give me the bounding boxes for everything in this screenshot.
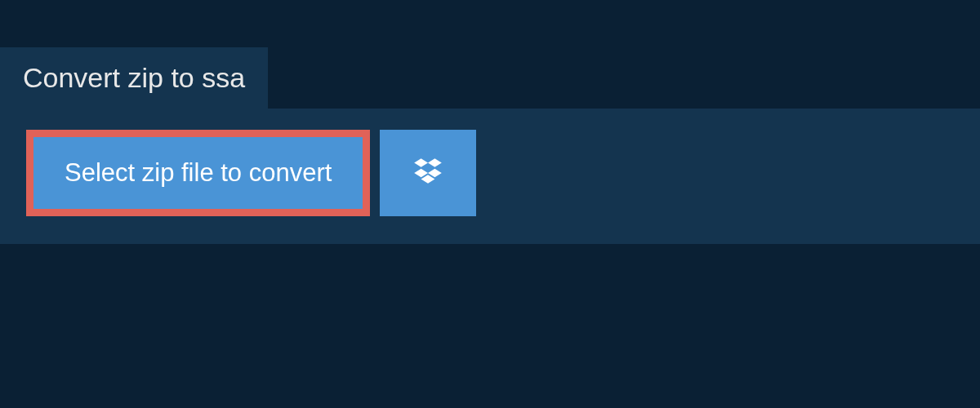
dropbox-icon: [411, 155, 445, 192]
active-tab[interactable]: Convert zip to ssa: [0, 47, 268, 109]
button-row: Select zip file to convert: [26, 130, 954, 216]
conversion-panel: Select zip file to convert: [0, 109, 980, 244]
dropbox-button[interactable]: [380, 130, 476, 216]
select-file-button[interactable]: Select zip file to convert: [26, 130, 370, 216]
tab-label: Convert zip to ssa: [23, 62, 245, 93]
select-file-label: Select zip file to convert: [65, 158, 332, 188]
